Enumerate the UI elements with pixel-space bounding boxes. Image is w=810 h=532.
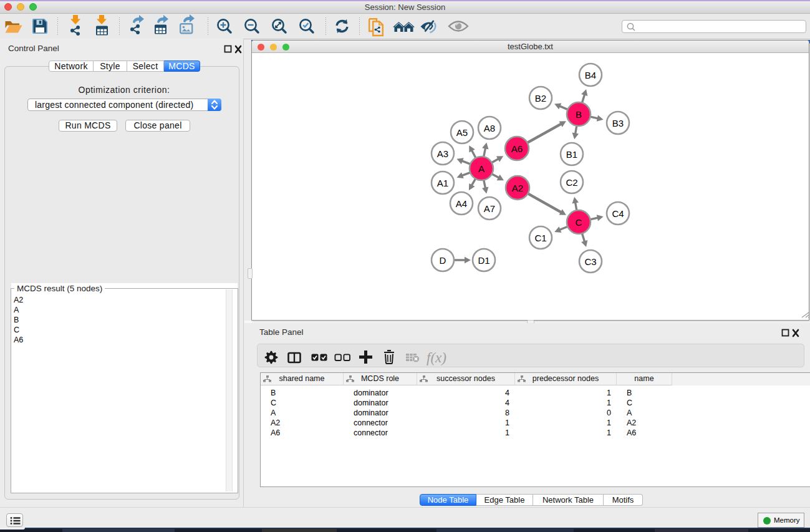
svg-text:B2: B2	[535, 93, 546, 104]
svg-text:A1: A1	[437, 178, 448, 188]
svg-text:B3: B3	[612, 118, 624, 128]
svg-text:A6: A6	[511, 143, 523, 154]
svg-text:B1: B1	[566, 149, 577, 160]
svg-text:A7: A7	[484, 203, 495, 214]
svg-text:A: A	[478, 163, 485, 174]
svg-text:f(x): f(x)	[427, 350, 446, 365]
svg-text:D: D	[440, 255, 446, 266]
svg-text:B: B	[576, 109, 582, 120]
svg-text:A8: A8	[484, 123, 495, 133]
svg-text:C4: C4	[612, 208, 624, 219]
svg-text:A5: A5	[456, 127, 468, 138]
svg-text:A2: A2	[512, 183, 523, 193]
svg-text:D1: D1	[478, 255, 489, 266]
svg-text:C1: C1	[534, 233, 546, 243]
svg-text:C3: C3	[584, 256, 596, 267]
svg-text:C2: C2	[566, 177, 577, 188]
svg-text:C: C	[576, 217, 582, 228]
svg-text:A4: A4	[456, 198, 467, 209]
svg-text:B4: B4	[585, 70, 596, 80]
svg-text:A3: A3	[437, 148, 448, 159]
